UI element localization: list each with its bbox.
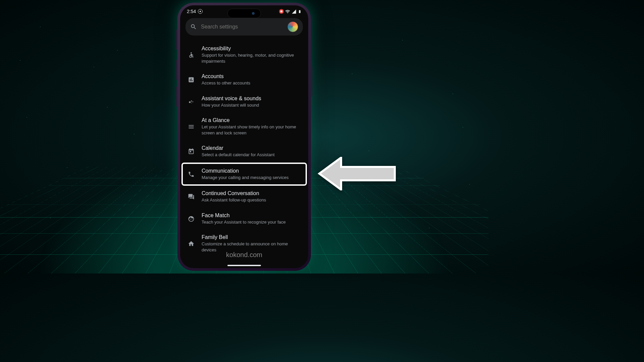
- wifi-icon: [285, 9, 290, 14]
- setting-subtitle: Teach your Assistant to recognize your f…: [202, 219, 286, 225]
- assistant-voice-icon: [187, 98, 195, 105]
- profile-avatar[interactable]: [287, 21, 298, 32]
- svg-point-1: [189, 102, 191, 103]
- setting-row-accounts[interactable]: AccountsAccess to other accounts: [183, 69, 306, 91]
- search-input[interactable]: [201, 24, 283, 30]
- recording-badge-icon: [279, 9, 284, 14]
- search-icon: [190, 23, 197, 30]
- setting-subtitle: Let your Assistant show timely info on y…: [202, 124, 301, 136]
- gesture-nav-bar[interactable]: [227, 265, 261, 266]
- status-time: 2:54: [187, 9, 196, 14]
- watermark-text: kokond.com: [226, 251, 262, 259]
- setting-title: Continued Conversation: [202, 190, 266, 196]
- setting-row-continued-conversation[interactable]: Continued ConversationAsk Assistant foll…: [183, 186, 306, 208]
- screen-record-indicator-icon: [198, 9, 203, 14]
- setting-title: Calendar: [202, 145, 275, 151]
- face-match-icon: [187, 216, 195, 222]
- svg-point-2: [191, 101, 192, 102]
- setting-row-face-match[interactable]: Face MatchTeach your Assistant to recogn…: [183, 208, 306, 230]
- svg-point-3: [193, 102, 194, 103]
- at-a-glance-icon: [187, 123, 195, 130]
- continued-conversation-icon: [187, 193, 195, 200]
- setting-text: CommunicationManage your calling and mes…: [202, 168, 288, 181]
- setting-text: At a GlanceLet your Assistant show timel…: [202, 117, 301, 136]
- setting-text: Face MatchTeach your Assistant to recogn…: [202, 213, 286, 225]
- battery-icon: [298, 9, 302, 14]
- calendar-icon: [187, 148, 195, 155]
- accounts-icon: [187, 76, 195, 83]
- svg-point-4: [191, 103, 192, 104]
- setting-row-calendar[interactable]: CalendarSelect a default calendar for As…: [183, 140, 306, 163]
- setting-title: Family Bell: [202, 234, 301, 240]
- setting-text: CalendarSelect a default calendar for As…: [202, 145, 275, 158]
- setting-subtitle: Support for vision, hearing, motor, and …: [202, 52, 301, 64]
- setting-title: Communication: [202, 168, 288, 174]
- phone-screen: 2:54 AccessibilitySupport for vision, he…: [180, 5, 308, 268]
- communication-icon: [187, 171, 195, 178]
- svg-point-0: [191, 52, 192, 53]
- setting-title: Assistant voice & sounds: [202, 96, 261, 102]
- setting-subtitle: Ask Assistant follow-up questions: [202, 197, 266, 203]
- setting-title: Face Match: [202, 213, 286, 219]
- phone-notch: [227, 9, 261, 18]
- setting-title: Accounts: [202, 73, 250, 79]
- signal-icon: [291, 9, 297, 14]
- setting-title: Accessibility: [202, 46, 301, 52]
- setting-row-at-a-glance[interactable]: At a GlanceLet your Assistant show timel…: [183, 113, 306, 140]
- setting-row-assistant-voice[interactable]: Assistant voice & soundsHow your Assista…: [183, 91, 306, 113]
- setting-title: At a Glance: [202, 117, 301, 123]
- setting-row-communication[interactable]: CommunicationManage your calling and mes…: [181, 163, 307, 186]
- settings-list: AccessibilitySupport for vision, hearing…: [180, 37, 308, 258]
- setting-row-accessibility[interactable]: AccessibilitySupport for vision, hearing…: [183, 41, 306, 69]
- setting-text: AccountsAccess to other accounts: [202, 73, 250, 86]
- setting-text: Continued ConversationAsk Assistant foll…: [202, 190, 266, 203]
- setting-text: Family BellCustomize a schedule to annou…: [202, 234, 301, 253]
- setting-subtitle: How your Assistant will sound: [202, 102, 261, 108]
- phone-frame: 2:54 AccessibilitySupport for vision, he…: [177, 3, 311, 271]
- family-bell-icon: [187, 240, 195, 247]
- setting-subtitle: Access to other accounts: [202, 80, 250, 86]
- annotation-arrow-icon: [316, 157, 396, 190]
- setting-subtitle: Manage your calling and messaging servic…: [202, 175, 288, 181]
- search-bar[interactable]: [185, 18, 303, 36]
- setting-text: Assistant voice & soundsHow your Assista…: [202, 96, 261, 108]
- accessibility-icon: [187, 52, 195, 58]
- setting-text: AccessibilitySupport for vision, hearing…: [202, 46, 301, 64]
- setting-subtitle: Select a default calendar for Assistant: [202, 152, 275, 158]
